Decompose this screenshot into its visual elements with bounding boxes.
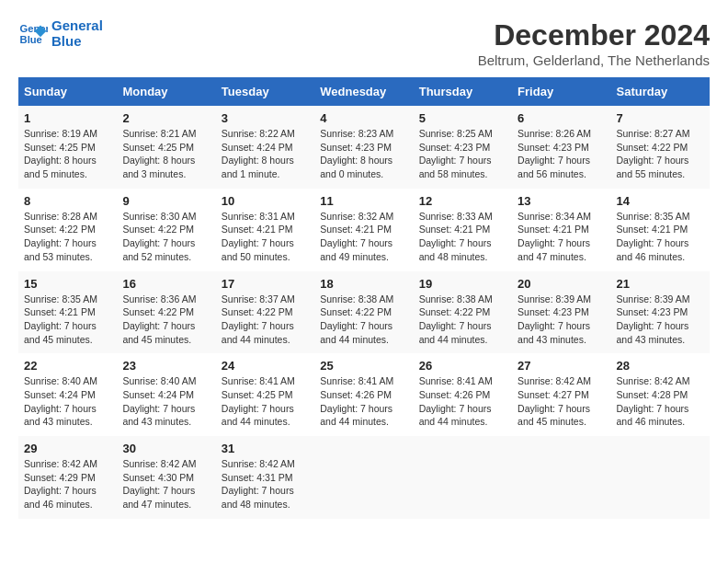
day-info: Sunrise: 8:28 AMSunset: 4:22 PMDaylight:… [24,211,97,262]
day-number: 13 [518,194,605,208]
logo-text-general: General [51,18,103,34]
day-number: 20 [518,277,605,291]
empty-day-cell [314,436,413,519]
weekday-header-tuesday: Tuesday [216,77,314,106]
calendar-day-cell: 1 Sunrise: 8:19 AMSunset: 4:25 PMDayligh… [18,106,117,189]
calendar-day-cell: 14 Sunrise: 8:35 AMSunset: 4:21 PMDaylig… [611,189,710,271]
day-info: Sunrise: 8:32 AMSunset: 4:21 PMDaylight:… [320,211,393,262]
calendar-table: SundayMondayTuesdayWednesdayThursdayFrid… [18,77,710,519]
calendar-day-cell: 28 Sunrise: 8:42 AMSunset: 4:28 PMDaylig… [611,353,710,436]
day-number: 27 [518,359,605,373]
calendar-day-cell: 29 Sunrise: 8:42 AMSunset: 4:29 PMDaylig… [18,436,117,519]
day-number: 12 [419,194,506,208]
calendar-day-cell: 9 Sunrise: 8:30 AMSunset: 4:22 PMDayligh… [117,189,215,271]
day-number: 19 [419,277,506,291]
calendar-day-cell: 15 Sunrise: 8:35 AMSunset: 4:21 PMDaylig… [18,271,117,354]
calendar-week-row: 8 Sunrise: 8:28 AMSunset: 4:22 PMDayligh… [18,189,710,271]
day-number: 4 [320,111,407,125]
day-info: Sunrise: 8:42 AMSunset: 4:28 PMDaylight:… [617,375,690,427]
weekday-header-monday: Monday [117,77,215,106]
calendar-day-cell: 2 Sunrise: 8:21 AMSunset: 4:25 PMDayligh… [117,106,215,189]
calendar-day-cell: 21 Sunrise: 8:39 AMSunset: 4:23 PMDaylig… [611,271,710,354]
day-info: Sunrise: 8:41 AMSunset: 4:26 PMDaylight:… [320,375,393,427]
day-info: Sunrise: 8:35 AMSunset: 4:21 PMDaylight:… [24,293,97,345]
day-number: 30 [122,442,210,455]
day-number: 16 [122,277,210,291]
day-number: 26 [419,359,506,373]
day-info: Sunrise: 8:27 AMSunset: 4:22 PMDaylight:… [617,128,690,179]
day-info: Sunrise: 8:38 AMSunset: 4:22 PMDaylight:… [320,293,393,345]
day-number: 15 [24,277,111,291]
page-header: General Blue General Blue December 2024 … [18,18,710,68]
calendar-day-cell: 24 Sunrise: 8:41 AMSunset: 4:25 PMDaylig… [216,353,314,436]
day-number: 21 [617,277,704,291]
day-number: 28 [617,359,704,373]
day-number: 23 [122,359,210,373]
day-info: Sunrise: 8:34 AMSunset: 4:21 PMDaylight:… [518,211,591,262]
day-number: 25 [320,359,407,373]
day-info: Sunrise: 8:26 AMSunset: 4:23 PMDaylight:… [518,128,591,179]
day-info: Sunrise: 8:42 AMSunset: 4:27 PMDaylight:… [518,375,591,427]
calendar-week-row: 22 Sunrise: 8:40 AMSunset: 4:24 PMDaylig… [18,353,710,436]
weekday-header-wednesday: Wednesday [314,77,413,106]
day-number: 29 [24,442,111,455]
calendar-day-cell: 22 Sunrise: 8:40 AMSunset: 4:24 PMDaylig… [18,353,117,436]
calendar-day-cell: 26 Sunrise: 8:41 AMSunset: 4:26 PMDaylig… [414,353,512,436]
day-number: 6 [518,111,605,125]
day-info: Sunrise: 8:39 AMSunset: 4:23 PMDaylight:… [518,293,591,345]
day-info: Sunrise: 8:40 AMSunset: 4:24 PMDaylight:… [122,375,196,427]
day-number: 7 [617,111,704,125]
calendar-day-cell: 17 Sunrise: 8:37 AMSunset: 4:22 PMDaylig… [216,271,314,354]
calendar-week-row: 29 Sunrise: 8:42 AMSunset: 4:29 PMDaylig… [18,436,710,519]
weekday-header-row: SundayMondayTuesdayWednesdayThursdayFrid… [18,77,710,106]
weekday-header-sunday: Sunday [18,77,117,106]
location-subtitle: Beltrum, Gelderland, The Netherlands [478,52,710,68]
day-number: 10 [222,194,309,208]
calendar-day-cell: 27 Sunrise: 8:42 AMSunset: 4:27 PMDaylig… [512,353,610,436]
calendar-day-cell: 16 Sunrise: 8:36 AMSunset: 4:22 PMDaylig… [117,271,215,354]
day-info: Sunrise: 8:35 AMSunset: 4:21 PMDaylight:… [617,211,690,262]
weekday-header-friday: Friday [512,77,610,106]
empty-day-cell [414,436,512,519]
calendar-week-row: 1 Sunrise: 8:19 AMSunset: 4:25 PMDayligh… [18,106,710,189]
day-number: 8 [24,194,111,208]
day-info: Sunrise: 8:31 AMSunset: 4:21 PMDaylight:… [222,211,295,262]
day-info: Sunrise: 8:42 AMSunset: 4:30 PMDaylight:… [122,458,196,510]
day-number: 3 [222,111,309,125]
day-number: 22 [24,359,111,373]
calendar-day-cell: 5 Sunrise: 8:25 AMSunset: 4:23 PMDayligh… [414,106,512,189]
calendar-day-cell: 19 Sunrise: 8:38 AMSunset: 4:22 PMDaylig… [414,271,512,354]
empty-day-cell [611,436,710,519]
calendar-day-cell: 7 Sunrise: 8:27 AMSunset: 4:22 PMDayligh… [611,106,710,189]
day-info: Sunrise: 8:36 AMSunset: 4:22 PMDaylight:… [122,293,196,345]
day-number: 18 [320,277,407,291]
day-info: Sunrise: 8:37 AMSunset: 4:22 PMDaylight:… [222,293,295,345]
calendar-day-cell: 31 Sunrise: 8:42 AMSunset: 4:31 PMDaylig… [216,436,314,519]
calendar-day-cell: 20 Sunrise: 8:39 AMSunset: 4:23 PMDaylig… [512,271,610,354]
calendar-day-cell: 25 Sunrise: 8:41 AMSunset: 4:26 PMDaylig… [314,353,413,436]
logo-icon: General Blue [18,19,48,49]
day-info: Sunrise: 8:42 AMSunset: 4:29 PMDaylight:… [24,458,97,510]
day-number: 5 [419,111,506,125]
day-info: Sunrise: 8:40 AMSunset: 4:24 PMDaylight:… [24,375,97,427]
calendar-day-cell: 12 Sunrise: 8:33 AMSunset: 4:21 PMDaylig… [414,189,512,271]
calendar-day-cell: 8 Sunrise: 8:28 AMSunset: 4:22 PMDayligh… [18,189,117,271]
day-info: Sunrise: 8:22 AMSunset: 4:24 PMDaylight:… [222,128,295,179]
day-info: Sunrise: 8:39 AMSunset: 4:23 PMDaylight:… [617,293,690,345]
weekday-header-thursday: Thursday [414,77,512,106]
calendar-day-cell: 4 Sunrise: 8:23 AMSunset: 4:23 PMDayligh… [314,106,413,189]
empty-day-cell [512,436,610,519]
day-info: Sunrise: 8:42 AMSunset: 4:31 PMDaylight:… [222,458,295,510]
day-number: 11 [320,194,407,208]
calendar-day-cell: 23 Sunrise: 8:40 AMSunset: 4:24 PMDaylig… [117,353,215,436]
day-info: Sunrise: 8:41 AMSunset: 4:26 PMDaylight:… [419,375,493,427]
calendar-day-cell: 10 Sunrise: 8:31 AMSunset: 4:21 PMDaylig… [216,189,314,271]
calendar-week-row: 15 Sunrise: 8:35 AMSunset: 4:21 PMDaylig… [18,271,710,354]
day-info: Sunrise: 8:21 AMSunset: 4:25 PMDaylight:… [122,128,196,179]
day-number: 24 [222,359,309,373]
day-info: Sunrise: 8:19 AMSunset: 4:25 PMDaylight:… [24,128,97,179]
day-info: Sunrise: 8:38 AMSunset: 4:22 PMDaylight:… [419,293,493,345]
logo-text-blue: Blue [51,34,103,50]
day-number: 17 [222,277,309,291]
day-number: 14 [617,194,704,208]
